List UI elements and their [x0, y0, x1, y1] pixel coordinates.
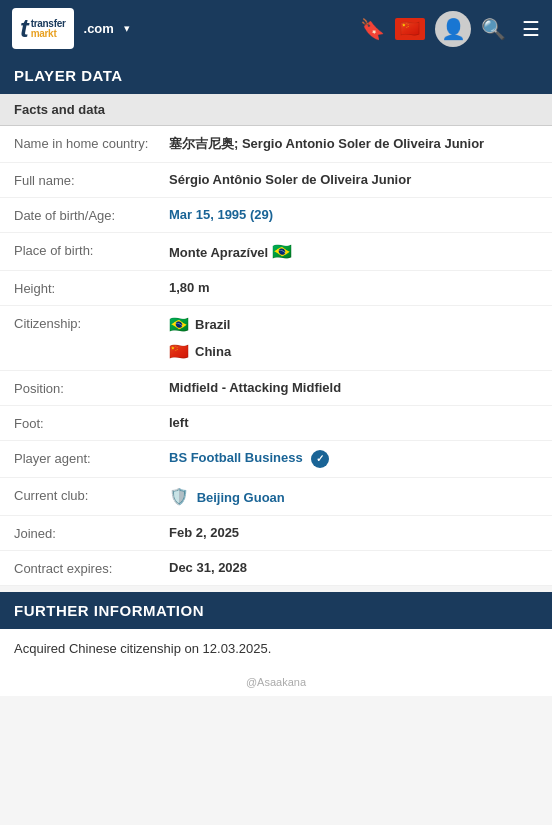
- place-of-birth-label: Place of birth:: [14, 242, 169, 258]
- watermark-text: @Asaakana: [246, 676, 306, 688]
- table-row: Joined: Feb 2, 2025: [0, 516, 552, 551]
- foot-value: left: [169, 415, 538, 430]
- table-row: Position: Midfield - Attacking Midfield: [0, 371, 552, 406]
- verified-badge-icon: ✓: [311, 450, 329, 468]
- facts-and-data-label: Facts and data: [14, 102, 105, 117]
- search-icon[interactable]: 🔍: [481, 17, 506, 41]
- app-header: t transfer markt .com ▾ 🔖 🇨🇳 👤 🔍 ☰: [0, 0, 552, 57]
- place-of-birth-value: Monte Aprazível 🇧🇷: [169, 242, 538, 261]
- logo-markt-text: markt: [31, 29, 66, 39]
- logo-t-icon: t: [20, 13, 29, 44]
- table-row: Place of birth: Monte Aprazível 🇧🇷: [0, 233, 552, 271]
- height-label: Height:: [14, 280, 169, 296]
- position-value: Midfield - Attacking Midfield: [169, 380, 538, 395]
- club-link[interactable]: Beijing Guoan: [197, 490, 285, 505]
- table-row: Player agent: BS Football Business ✓: [0, 441, 552, 478]
- joined-label: Joined:: [14, 525, 169, 541]
- name-home-country-label: Name in home country:: [14, 135, 169, 151]
- citizenship-label: Citizenship:: [14, 315, 169, 331]
- further-information-title: FURTHER INFORMATION: [14, 602, 204, 619]
- logo-transfer-text: transfer: [31, 19, 66, 29]
- china-country-name: China: [195, 344, 231, 359]
- citizenship-brazil: 🇧🇷 Brazil: [169, 315, 538, 334]
- dob-label: Date of birth/Age:: [14, 207, 169, 223]
- dot-com-text: .com: [84, 21, 114, 36]
- player-agent-value: BS Football Business ✓: [169, 450, 538, 468]
- contract-expires-value: Dec 31, 2028: [169, 560, 538, 575]
- table-row: Current club: 🛡️ Beijing Guoan: [0, 478, 552, 516]
- user-avatar[interactable]: 👤: [435, 11, 471, 47]
- full-name-label: Full name:: [14, 172, 169, 188]
- further-information-text: Acquired Chinese citizenship on 12.03.20…: [14, 641, 538, 656]
- current-club-label: Current club:: [14, 487, 169, 503]
- china-flag-button[interactable]: 🇨🇳: [395, 18, 425, 40]
- further-information-section-header: FURTHER INFORMATION: [0, 592, 552, 629]
- table-row: Full name: Sérgio Antônio Soler de Olive…: [0, 163, 552, 198]
- name-home-country-value: 塞尔吉尼奥; Sergio Antonio Soler de Oliveira …: [169, 135, 538, 153]
- player-data-section-header: PLAYER DATA: [0, 57, 552, 94]
- player-agent-label: Player agent:: [14, 450, 169, 466]
- table-row: Contract expires: Dec 31, 2028: [0, 551, 552, 586]
- foot-label: Foot:: [14, 415, 169, 431]
- full-name-value: Sérgio Antônio Soler de Oliveira Junior: [169, 172, 538, 187]
- citizenship-china: 🇨🇳 China: [169, 342, 538, 361]
- dob-value[interactable]: Mar 15, 1995 (29): [169, 207, 538, 222]
- table-row: Foot: left: [0, 406, 552, 441]
- facts-and-data-subheader: Facts and data: [0, 94, 552, 126]
- menu-icon[interactable]: ☰: [522, 17, 540, 41]
- brazil-citizenship-flag-icon: 🇧🇷: [169, 315, 189, 334]
- table-row: Citizenship: 🇧🇷 Brazil 🇨🇳 China: [0, 306, 552, 371]
- club-crest-icon: 🛡️: [169, 488, 189, 505]
- brazil-flag-icon: 🇧🇷: [272, 243, 292, 260]
- contract-expires-label: Contract expires:: [14, 560, 169, 576]
- height-value: 1,80 m: [169, 280, 538, 295]
- table-row: Name in home country: 塞尔吉尼奥; Sergio Anto…: [0, 126, 552, 163]
- player-data-table: Name in home country: 塞尔吉尼奥; Sergio Anto…: [0, 126, 552, 586]
- current-club-value: 🛡️ Beijing Guoan: [169, 487, 538, 506]
- citizenship-value: 🇧🇷 Brazil 🇨🇳 China: [169, 315, 538, 361]
- table-row: Height: 1,80 m: [0, 271, 552, 306]
- watermark: @Asaakana: [0, 668, 552, 696]
- player-data-title: PLAYER DATA: [14, 67, 123, 84]
- further-information-content: Acquired Chinese citizenship on 12.03.20…: [0, 629, 552, 668]
- brazil-country-name: Brazil: [195, 317, 230, 332]
- logo-text: transfer markt: [31, 19, 66, 39]
- agent-link[interactable]: BS Football Business: [169, 450, 303, 465]
- joined-value: Feb 2, 2025: [169, 525, 538, 540]
- table-row: Date of birth/Age: Mar 15, 1995 (29): [0, 198, 552, 233]
- logo[interactable]: t transfer markt: [12, 8, 74, 49]
- china-citizenship-flag-icon: 🇨🇳: [169, 342, 189, 361]
- position-label: Position:: [14, 380, 169, 396]
- dot-com-arrow-icon: ▾: [124, 22, 130, 35]
- bookmark-icon[interactable]: 🔖: [360, 17, 385, 41]
